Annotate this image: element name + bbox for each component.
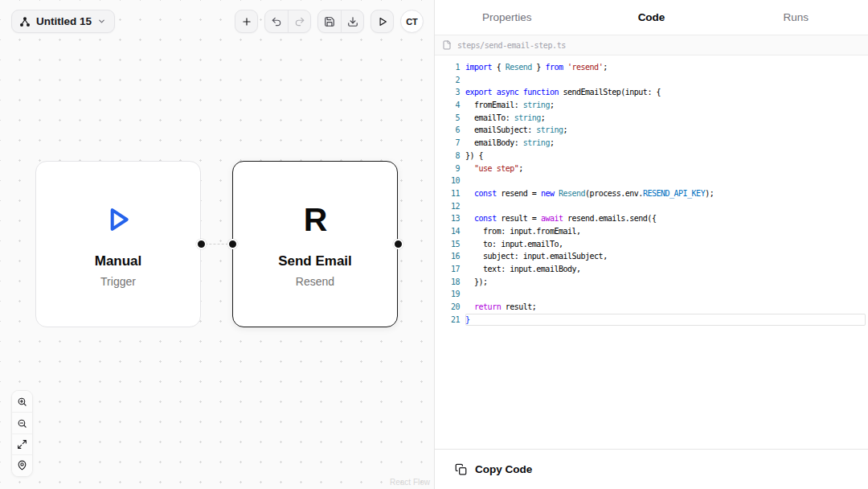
tab-runs[interactable]: Runs — [723, 0, 868, 35]
node-manual-trigger[interactable]: Manual Trigger — [35, 161, 201, 327]
file-button-group — [317, 10, 364, 33]
code-line: 16 subject: input.emailSubject, — [435, 250, 868, 263]
node-handle-source-sendemail[interactable] — [393, 239, 403, 249]
undo-button[interactable] — [265, 10, 288, 32]
code-line: 17 text: input.emailBody, — [435, 263, 868, 276]
line-number: 13 — [435, 212, 460, 225]
node-title: Manual — [95, 253, 142, 269]
tab-code[interactable]: Code — [579, 0, 724, 35]
code-text: subject: input.emailSubject, — [465, 250, 868, 263]
user-avatar[interactable]: CT — [400, 10, 424, 33]
chevron-down-icon — [97, 17, 106, 26]
code-text: import { Resend } from 'resend'; — [465, 61, 868, 74]
node-handle-target-sendemail[interactable] — [227, 239, 238, 249]
zoom-out-icon — [17, 418, 27, 429]
canvas-controls — [11, 390, 33, 477]
plus-icon — [241, 16, 252, 27]
line-number: 9 — [435, 162, 460, 175]
code-text: const result = await resend.emails.send(… — [465, 212, 868, 225]
react-flow-attribution: React Flow — [390, 478, 430, 487]
line-number: 16 — [435, 250, 460, 263]
line-number: 12 — [435, 200, 460, 213]
code-text: emailTo: string; — [465, 112, 868, 125]
code-line: 13 const result = await resend.emails.se… — [435, 212, 868, 225]
add-node-button[interactable] — [235, 10, 258, 33]
workflow-name-button[interactable]: Untitled 15 — [11, 10, 115, 33]
run-workflow-button[interactable] — [371, 10, 394, 33]
code-text — [465, 200, 868, 213]
code-text: emailBody: string; — [465, 137, 868, 150]
code-text: const resend = new Resend(process.env.RE… — [465, 187, 868, 200]
fit-view-icon — [17, 439, 27, 450]
code-text — [465, 175, 868, 187]
copy-icon — [455, 463, 467, 475]
line-number: 1 — [435, 61, 460, 74]
code-text: from: input.fromEmail, — [465, 225, 868, 238]
line-number: 10 — [435, 175, 460, 187]
line-number: 2 — [435, 74, 460, 87]
tab-properties[interactable]: Properties — [435, 0, 579, 35]
code-text: } — [465, 314, 866, 327]
code-line: 18 }); — [435, 276, 868, 289]
app: Untitled 15 — [0, 0, 868, 489]
code-line: 4 fromEmail: string; — [435, 99, 868, 112]
line-number: 14 — [435, 225, 460, 238]
node-subtitle: Resend — [296, 275, 334, 288]
node-subtitle: Trigger — [100, 275, 136, 288]
code-line: 11 const resend = new Resend(process.env… — [435, 187, 868, 200]
node-title: Send Email — [278, 253, 352, 269]
code-line: 21} — [435, 314, 868, 327]
code-line: 20 return result; — [435, 301, 868, 314]
code-text: text: input.emailBody, — [465, 263, 868, 276]
code-line: 1import { Resend } from 'resend'; — [435, 61, 868, 74]
line-number: 11 — [435, 187, 460, 200]
code-text — [465, 74, 868, 87]
download-icon — [347, 16, 358, 27]
code-line: 14 from: input.fromEmail, — [435, 225, 868, 238]
code-line: 5 emailTo: string; — [435, 112, 868, 125]
zoom-in-button[interactable] — [12, 391, 32, 412]
code-line: 10 — [435, 175, 868, 187]
workflow-icon — [19, 16, 31, 27]
code-text: to: input.emailTo, — [465, 238, 868, 251]
node-send-email[interactable]: R Send Email Resend — [232, 161, 398, 327]
code-editor[interactable]: 1import { Resend } from 'resend';23expor… — [435, 55, 868, 449]
copy-code-button[interactable]: Copy Code — [435, 449, 868, 489]
fit-view-button[interactable] — [12, 434, 32, 454]
code-text: emailSubject: string; — [465, 124, 868, 137]
line-number: 7 — [435, 137, 460, 150]
zoom-in-icon — [17, 397, 27, 407]
zoom-out-button[interactable] — [12, 412, 32, 433]
line-number: 5 — [435, 112, 460, 125]
code-line: 19 — [435, 288, 868, 301]
code-text: }); — [465, 276, 868, 289]
trigger-play-icon — [100, 201, 137, 238]
node-handle-source-manual[interactable] — [196, 239, 207, 249]
line-number: 15 — [435, 238, 460, 251]
line-number: 8 — [435, 150, 460, 162]
inspector-panel: Properties Code Runs steps/send-email-st… — [434, 0, 868, 489]
file-icon — [442, 40, 452, 50]
code-line: 6 emailSubject: string; — [435, 124, 868, 137]
file-path-bar: steps/send-email-step.ts — [435, 35, 868, 55]
line-number: 19 — [435, 288, 460, 301]
code-line: 9 "use step"; — [435, 162, 868, 175]
download-button[interactable] — [341, 10, 363, 32]
undo-icon — [271, 16, 282, 27]
save-button[interactable] — [318, 10, 341, 32]
pin-icon — [17, 460, 27, 471]
history-button-group — [264, 10, 311, 33]
workflow-name: Untitled 15 — [36, 15, 92, 27]
code-text: }) { — [465, 150, 868, 162]
panel-tabs: Properties Code Runs — [435, 0, 868, 35]
code-text: export async function sendEmailStep(inpu… — [465, 86, 868, 99]
line-number: 6 — [435, 124, 460, 137]
code-text — [465, 288, 868, 301]
code-line: 7 emailBody: string; — [435, 137, 868, 150]
copy-code-label: Copy Code — [475, 463, 532, 475]
locate-button[interactable] — [12, 454, 32, 475]
flow-canvas[interactable]: Untitled 15 — [0, 0, 434, 489]
line-number: 21 — [435, 314, 460, 327]
redo-button[interactable] — [288, 10, 310, 32]
file-path: steps/send-email-step.ts — [457, 41, 566, 50]
